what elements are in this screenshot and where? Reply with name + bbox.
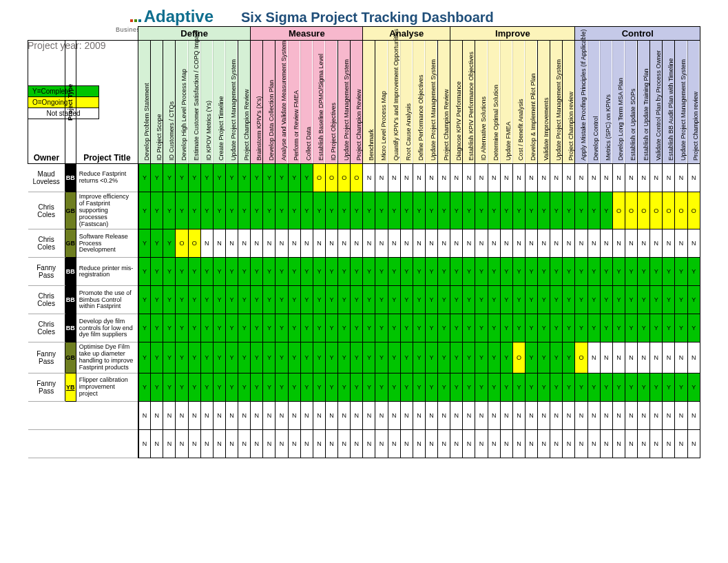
sub-header: Establish KPIV Performance Objectives xyxy=(463,41,475,164)
sub-header: Project Champion Review xyxy=(438,41,450,164)
status-cell: N xyxy=(575,164,587,192)
status-cell: Y xyxy=(138,342,151,373)
status-cell: Y xyxy=(313,373,325,402)
status-cell: N xyxy=(500,430,512,458)
status-cell: Y xyxy=(375,286,388,314)
status-cell: N xyxy=(625,402,637,430)
status-cell: Y xyxy=(225,258,238,286)
status-cell: N xyxy=(638,229,650,258)
status-cell: Y xyxy=(475,258,488,286)
status-cell: N xyxy=(650,402,663,430)
status-cell: Y xyxy=(413,314,425,342)
status-cell: Y xyxy=(163,373,176,402)
status-cell: N xyxy=(625,430,637,458)
status-cell: N xyxy=(587,342,600,373)
phase-control: Control xyxy=(575,27,700,41)
status-cell: Y xyxy=(176,342,188,373)
status-cell: N xyxy=(351,430,363,458)
status-cell: N xyxy=(438,430,450,458)
status-cell: N xyxy=(325,402,337,430)
table-row: Fanny PassGBOptimise Dye Film take up di… xyxy=(28,342,700,373)
status-cell: Y xyxy=(525,373,537,402)
status-cell: Y xyxy=(138,229,151,258)
status-cell: Y xyxy=(375,258,388,286)
type-cell: GB xyxy=(65,342,76,373)
status-cell: N xyxy=(450,430,463,458)
status-cell: Y xyxy=(538,373,550,402)
type-cell: BB xyxy=(65,314,76,342)
status-cell: Y xyxy=(425,342,437,373)
status-cell: N xyxy=(512,229,525,258)
sub-header: Establish BB Audit Plan with Timeline xyxy=(663,41,675,164)
status-cell: N xyxy=(300,402,313,430)
status-cell: N xyxy=(263,430,275,458)
owner-cell: Chris Coles xyxy=(28,314,65,342)
status-cell: N xyxy=(338,229,351,258)
status-cell: Y xyxy=(425,192,437,229)
sub-header: Validate Improvements xyxy=(538,41,550,164)
status-cell: Y xyxy=(176,314,188,342)
status-cell: Y xyxy=(413,192,425,229)
status-cell: Y xyxy=(463,258,475,286)
status-cell: Y xyxy=(413,373,425,402)
status-cell: N xyxy=(687,229,700,258)
status-cell: Y xyxy=(263,164,275,192)
status-cell: Y xyxy=(625,286,637,314)
owner-cell: Fanny Pass xyxy=(28,373,65,402)
status-cell: Y xyxy=(163,258,176,286)
status-cell: Y xyxy=(663,373,675,402)
status-cell: Y xyxy=(325,286,337,314)
status-cell: O xyxy=(625,192,637,229)
status-cell: Y xyxy=(263,342,275,373)
owner-cell: Chris Coles xyxy=(28,192,65,229)
status-cell: Y xyxy=(313,342,325,373)
status-cell: N xyxy=(238,402,251,430)
status-cell: N xyxy=(650,229,663,258)
status-cell: N xyxy=(375,229,388,258)
status-cell: Y xyxy=(638,258,650,286)
status-cell: N xyxy=(550,402,563,430)
status-cell: N xyxy=(563,229,575,258)
status-cell: Y xyxy=(550,286,563,314)
status-cell: Y xyxy=(625,314,637,342)
table-row: Chris ColesGBSoftware Release Process De… xyxy=(28,229,700,258)
status-cell: O xyxy=(313,164,325,192)
title-cell: Reduce Fastprint returns <0.2% xyxy=(76,164,138,192)
status-cell: Y xyxy=(512,258,525,286)
status-cell: Y xyxy=(138,164,151,192)
sub-header: Develop High Level Process Map xyxy=(176,41,188,164)
status-cell: N xyxy=(512,164,525,192)
status-cell: N xyxy=(251,229,263,258)
status-cell: Y xyxy=(425,258,437,286)
status-cell: Y xyxy=(512,286,525,314)
status-cell: Y xyxy=(687,314,700,342)
status-cell: Y xyxy=(587,286,600,314)
sub-header: Update Project Management System xyxy=(338,41,351,164)
sub-header: Develop Long Term MSA Plan xyxy=(612,41,625,164)
status-cell: Y xyxy=(500,342,512,373)
status-cell: N xyxy=(463,229,475,258)
status-cell: Y xyxy=(687,286,700,314)
status-cell: Y xyxy=(538,314,550,342)
sub-header: ID Project Objectives xyxy=(325,41,337,164)
status-cell: Y xyxy=(463,314,475,342)
status-cell: Y xyxy=(512,314,525,342)
status-cell: Y xyxy=(363,192,375,229)
status-cell: N xyxy=(200,402,213,430)
status-cell: Y xyxy=(300,342,313,373)
status-cell: N xyxy=(163,402,176,430)
status-cell: Y xyxy=(575,192,587,229)
status-cell: Y xyxy=(176,286,188,314)
status-cell: Y xyxy=(151,164,163,192)
status-cell: Y xyxy=(325,314,337,342)
status-cell: Y xyxy=(213,286,225,314)
status-cell: N xyxy=(325,229,337,258)
sub-header: Brainstorm KPIV's (X's) xyxy=(251,41,263,164)
status-cell: Y xyxy=(650,258,663,286)
status-cell: O xyxy=(650,192,663,229)
status-cell: N xyxy=(400,229,413,258)
sub-header: Develop Problem Statement xyxy=(138,41,151,164)
status-cell: N xyxy=(251,430,263,458)
status-cell: O xyxy=(338,164,351,192)
status-cell: Y xyxy=(612,314,625,342)
